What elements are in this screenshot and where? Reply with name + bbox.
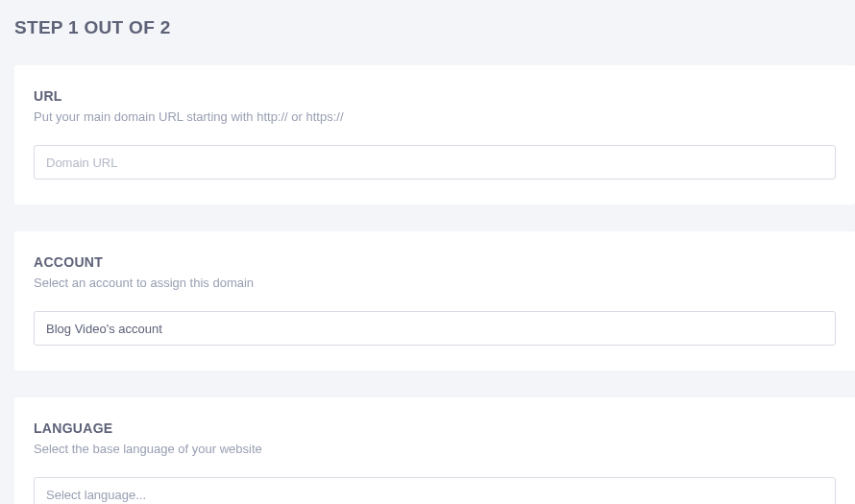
account-select[interactable]: Blog Video's account: [34, 311, 836, 346]
page-title: STEP 1 OUT OF 2: [14, 17, 855, 38]
account-section-desc: Select an account to assign this domain: [34, 276, 836, 290]
url-card: URL Put your main domain URL starting wi…: [14, 65, 855, 204]
language-section-desc: Select the base language of your website: [34, 442, 836, 456]
account-card: ACCOUNT Select an account to assign this…: [14, 231, 855, 371]
domain-url-input[interactable]: [34, 145, 836, 180]
account-section-title: ACCOUNT: [34, 254, 836, 270]
language-select[interactable]: Select language...: [34, 477, 836, 504]
url-section-desc: Put your main domain URL starting with h…: [34, 109, 836, 124]
url-section-title: URL: [34, 88, 836, 104]
language-section-title: LANGUAGE: [34, 420, 836, 436]
language-card: LANGUAGE Select the base language of you…: [14, 397, 855, 504]
